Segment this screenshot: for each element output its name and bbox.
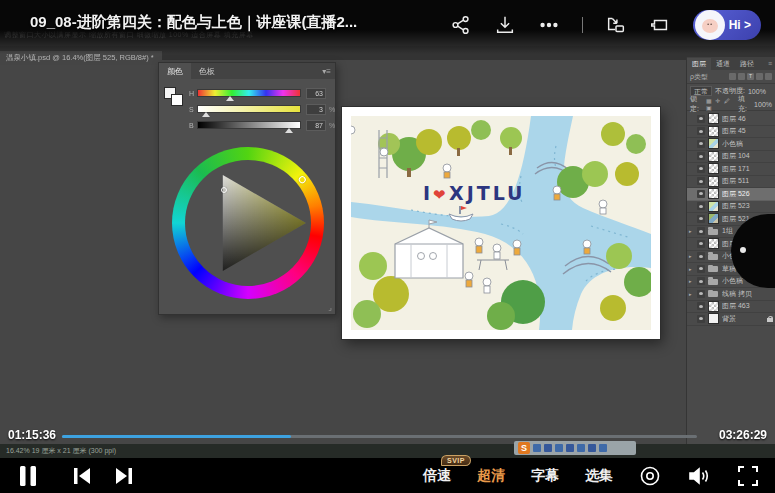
- episodes-button[interactable]: 选集: [585, 467, 613, 485]
- layer-thumbnail[interactable]: [708, 151, 719, 162]
- tab-layers[interactable]: 图层: [687, 58, 711, 70]
- tab-paths[interactable]: 路径: [735, 58, 759, 70]
- lock-icons[interactable]: ▦ ✛ 🖉 ▣: [706, 97, 736, 111]
- tab-color[interactable]: 颜色: [159, 63, 191, 79]
- pip-icon[interactable]: [605, 14, 627, 36]
- download-icon[interactable]: [494, 14, 516, 36]
- layer-expand-arrow[interactable]: ▸: [689, 291, 694, 297]
- fullscreen-button[interactable]: [737, 465, 759, 487]
- layer-visibility-eye-icon[interactable]: [697, 115, 705, 123]
- layer-thumbnail[interactable]: [708, 301, 719, 312]
- layer-visibility-eye-icon[interactable]: [697, 240, 705, 248]
- brightness-slider[interactable]: [197, 121, 301, 129]
- layer-visibility-eye-icon[interactable]: [697, 152, 705, 160]
- snip-tool-icon[interactable]: [577, 444, 585, 452]
- layer-thumbnail[interactable]: [708, 138, 719, 149]
- group-folder-icon[interactable]: [708, 288, 719, 299]
- hue-ring-marker[interactable]: [297, 174, 307, 184]
- layer-row[interactable]: 图层 171: [687, 163, 775, 176]
- layer-thumbnail[interactable]: [708, 163, 719, 174]
- snip-tool-icon[interactable]: [544, 444, 552, 452]
- panel-menu-icon[interactable]: ≡: [768, 60, 772, 67]
- layer-expand-arrow[interactable]: ▸: [689, 253, 694, 259]
- layer-row[interactable]: 图层 104: [687, 151, 775, 164]
- layer-row[interactable]: 图层 463: [687, 301, 775, 314]
- layer-row[interactable]: 图层 526: [687, 188, 775, 201]
- layer-name[interactable]: 背景: [722, 314, 736, 324]
- layer-expand-arrow[interactable]: ▸: [689, 266, 694, 272]
- color-wheel[interactable]: [172, 147, 324, 299]
- layer-thumbnail[interactable]: [708, 201, 719, 212]
- next-button[interactable]: [114, 467, 134, 485]
- filter-shape-icon[interactable]: [756, 73, 763, 80]
- record-icon[interactable]: [639, 465, 661, 487]
- brightness-marker[interactable]: [285, 128, 293, 133]
- layer-thumbnail[interactable]: [708, 188, 719, 199]
- layer-expand-arrow[interactable]: ▸: [689, 278, 694, 284]
- layer-row[interactable]: ▸线稿 拷贝: [687, 288, 775, 301]
- layer-thumbnail[interactable]: [708, 113, 719, 124]
- group-folder-icon[interactable]: [708, 276, 719, 287]
- layer-name[interactable]: 图层 45: [722, 126, 746, 136]
- quality-button[interactable]: 超清: [477, 467, 505, 485]
- layer-row[interactable]: 图层 523: [687, 201, 775, 214]
- layer-name[interactable]: 图层 526: [722, 189, 750, 199]
- subtitle-button[interactable]: 字幕: [531, 467, 559, 485]
- layer-thumbnail[interactable]: [708, 176, 719, 187]
- layer-name[interactable]: 图层 104: [722, 151, 750, 161]
- brightness-value[interactable]: 87: [306, 120, 326, 131]
- filter-adjustment-icon[interactable]: [738, 73, 745, 80]
- group-folder-icon[interactable]: [708, 226, 719, 237]
- layer-name[interactable]: 1组: [722, 226, 733, 236]
- panel-resize-handle[interactable]: ⌟: [328, 303, 332, 312]
- snip-tool-icon[interactable]: [566, 444, 574, 452]
- hue-marker[interactable]: [226, 96, 234, 101]
- speed-button[interactable]: SVIP 倍速: [423, 467, 451, 485]
- layer-row[interactable]: 小色稿: [687, 138, 775, 151]
- layer-visibility-eye-icon[interactable]: [697, 165, 705, 173]
- layer-name[interactable]: 图层 523: [722, 201, 750, 211]
- layer-visibility-eye-icon[interactable]: [697, 202, 705, 210]
- layer-thumbnail[interactable]: [708, 313, 719, 324]
- filter-type-icon[interactable]: T: [747, 73, 754, 80]
- layer-thumbnail[interactable]: [708, 213, 719, 224]
- snip-tool-icon[interactable]: [533, 444, 541, 452]
- panel-menu-icon[interactable]: ▾≡: [322, 67, 331, 76]
- group-folder-icon[interactable]: [708, 263, 719, 274]
- background-swatch[interactable]: [171, 94, 183, 106]
- previous-button[interactable]: [72, 467, 92, 485]
- more-icon[interactable]: [538, 14, 560, 36]
- snip-tool-icon[interactable]: [588, 444, 596, 452]
- layer-name[interactable]: 图层 463: [722, 301, 750, 311]
- volume-button[interactable]: [687, 465, 711, 487]
- layer-name[interactable]: 图层 171: [722, 164, 750, 174]
- saturation-value[interactable]: 3: [306, 104, 326, 115]
- tab-swatches[interactable]: 色板: [191, 63, 223, 79]
- canvas-artboard[interactable]: I ❤ XJTLU: [342, 107, 660, 339]
- saturation-marker[interactable]: [202, 112, 210, 117]
- layer-row[interactable]: 图层 46: [687, 113, 775, 126]
- filter-type-label[interactable]: ρ类型: [690, 72, 708, 82]
- fill-value[interactable]: 100%: [754, 101, 772, 108]
- layer-name[interactable]: 小色稿: [722, 276, 743, 286]
- foreground-background-swatches[interactable]: [164, 87, 184, 107]
- layer-visibility-eye-icon[interactable]: [697, 277, 705, 285]
- layer-row[interactable]: 图层 511: [687, 176, 775, 189]
- layer-thumbnail[interactable]: [708, 238, 719, 249]
- hue-slider[interactable]: [197, 89, 301, 97]
- assistant-avatar-pill[interactable]: Hi >: [693, 10, 761, 40]
- pause-button[interactable]: [18, 465, 38, 487]
- layer-visibility-eye-icon[interactable]: [697, 140, 705, 148]
- layer-name[interactable]: 线稿 拷贝: [722, 289, 752, 299]
- layer-visibility-eye-icon[interactable]: [697, 302, 705, 310]
- hue-value[interactable]: 63: [306, 88, 326, 99]
- layer-visibility-eye-icon[interactable]: [697, 177, 705, 185]
- triangle-selection-marker[interactable]: [221, 187, 227, 193]
- layer-thumbnail[interactable]: [708, 126, 719, 137]
- layer-visibility-eye-icon[interactable]: [697, 215, 705, 223]
- layer-visibility-eye-icon[interactable]: [697, 315, 705, 323]
- layer-visibility-eye-icon[interactable]: [697, 265, 705, 273]
- layer-row[interactable]: 背景: [687, 313, 775, 326]
- layer-visibility-eye-icon[interactable]: [697, 227, 705, 235]
- layer-visibility-eye-icon[interactable]: [697, 252, 705, 260]
